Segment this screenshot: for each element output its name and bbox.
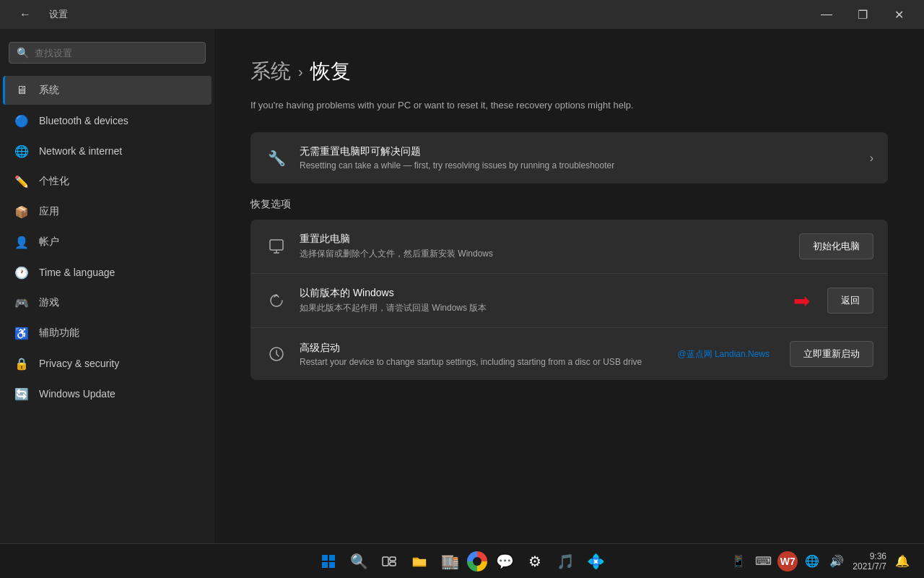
previous-text: 以前版本的 Windows 如果此版本不起作用，请尝试回退 Windows 版本 (300, 287, 782, 314)
previous-title: 以前版本的 Windows (300, 287, 782, 300)
troubleshooter-icon: 🔧 (265, 147, 288, 170)
sidebar-item-accessibility[interactable]: ♿ 辅助功能 (3, 319, 212, 348)
back-button[interactable]: ← (9, 3, 42, 26)
notification-icon[interactable]: 🔔 (892, 551, 912, 571)
volume-icon[interactable]: 🔊 (827, 551, 847, 571)
previous-subtitle: 如果此版本不起作用，请尝试回退 Windows 版本 (300, 302, 782, 314)
svg-rect-4 (322, 562, 328, 568)
advanced-text: 高级启动 Restart your device to change start… (300, 342, 666, 367)
reset-button[interactable]: 初始化电脑 (799, 233, 873, 259)
breadcrumb-parent[interactable]: 系统 (250, 58, 291, 85)
window-controls: — ❐ ✕ (810, 3, 915, 26)
keyboard-icon[interactable]: ⌨ (753, 551, 773, 571)
arrow-indicator: ➡ (793, 289, 810, 313)
window-title: 设置 (49, 8, 68, 21)
store-button[interactable]: 🏬 (437, 548, 463, 574)
apps-icon: 📦 (14, 204, 29, 219)
sidebar-item-bluetooth[interactable]: 🔵 Bluetooth & devices (3, 106, 212, 135)
troubleshooter-subtitle: Resetting can take a while — first, try … (300, 160, 858, 171)
settings-taskbar-button[interactable]: ⚙ (522, 548, 548, 574)
sidebar-item-accounts[interactable]: 👤 帐户 (3, 228, 212, 256)
search-taskbar-button[interactable]: 🔍 (346, 548, 372, 574)
sidebar-label-system: 系统 (39, 84, 59, 97)
advanced-button[interactable]: 立即重新启动 (790, 341, 873, 367)
taskbar-right: 📱 ⌨ W7 🌐 🔊 9:36 2021/7/7 🔔 (728, 551, 912, 571)
update-icon: 🔄 (14, 387, 29, 401)
task-view-button[interactable] (376, 548, 402, 574)
troubleshooter-row[interactable]: 🔧 无需重置电脑即可解决问题 Resetting can take a whil… (250, 132, 888, 184)
breadcrumb: 系统 › 恢复 (250, 58, 888, 85)
gaming-icon: 🎮 (14, 296, 29, 310)
accessibility-icon: ♿ (14, 326, 29, 340)
recovery-section-title: 恢复选项 (250, 198, 888, 211)
time-icon: 🕐 (14, 265, 29, 280)
reset-text: 重置此电脑 选择保留或删除个人文件，然后重新安装 Windows (300, 233, 788, 260)
time-display: 9:36 (853, 551, 886, 561)
title-bar: ← 设置 — ❐ ✕ (0, 0, 924, 29)
file-explorer-button[interactable] (406, 548, 432, 574)
chrome-button[interactable] (467, 551, 487, 571)
network-icon: 🌐 (14, 144, 29, 158)
date-display: 2021/7/7 (853, 561, 886, 571)
sidebar-item-network[interactable]: 🌐 Network & internet (3, 137, 212, 165)
previous-button[interactable]: 返回 (827, 288, 873, 314)
minimize-button[interactable]: — (810, 3, 843, 26)
system-tray: 📱 ⌨ W7 🌐 🔊 (728, 551, 847, 571)
recovery-card: 重置此电脑 选择保留或删除个人文件，然后重新安装 Windows 初始化电脑 以… (250, 220, 888, 380)
sidebar-item-gaming[interactable]: 🎮 游戏 (3, 288, 212, 317)
personalization-icon: ✏️ (14, 174, 29, 189)
clock[interactable]: 9:36 2021/7/7 (853, 551, 886, 571)
search-icon: 🔍 (17, 47, 29, 59)
page-description: If you're having problems with your PC o… (250, 100, 888, 111)
privacy-icon: 🔒 (14, 356, 29, 371)
watermark-inline: @蓝点网 Landian.News (677, 348, 770, 361)
svg-rect-2 (322, 555, 328, 561)
sidebar-item-apps[interactable]: 📦 应用 (3, 197, 212, 226)
wechat-button[interactable]: 💬 (492, 548, 518, 574)
breadcrumb-separator: › (298, 64, 303, 80)
close-button[interactable]: ✕ (882, 3, 915, 26)
sidebar-label-privacy: Privacy & security (39, 358, 119, 369)
troubleshooter-title: 无需重置电脑即可解决问题 (300, 145, 858, 158)
sidebar-item-privacy[interactable]: 🔒 Privacy & security (3, 349, 212, 378)
accounts-icon: 👤 (14, 235, 29, 249)
search-box[interactable]: 🔍 (9, 42, 206, 64)
sidebar-label-bluetooth: Bluetooth & devices (39, 115, 128, 126)
sidebar-label-personalization: 个性化 (39, 175, 69, 188)
sidebar-item-personalization[interactable]: ✏️ 个性化 (3, 167, 212, 196)
svg-rect-0 (270, 240, 283, 250)
troubleshooter-card: 🔧 无需重置电脑即可解决问题 Resetting can take a whil… (250, 132, 888, 184)
reset-icon (265, 235, 288, 258)
start-button[interactable] (315, 548, 341, 574)
svg-rect-6 (383, 557, 388, 566)
music-button[interactable]: 🎵 (552, 548, 578, 574)
svg-rect-3 (329, 555, 335, 561)
recovery-row-advanced: 高级启动 Restart your device to change start… (250, 328, 888, 380)
lang-indicator[interactable]: W7 (777, 551, 798, 571)
title-bar-left: ← 设置 (9, 3, 68, 26)
content-area: 系统 › 恢复 If you're having problems with y… (214, 29, 924, 543)
extra-button[interactable]: 💠 (583, 548, 609, 574)
sidebar-label-accounts: 帐户 (39, 236, 59, 249)
phone-icon[interactable]: 📱 (728, 551, 749, 571)
reset-title: 重置此电脑 (300, 233, 788, 246)
sidebar-label-gaming: 游戏 (39, 296, 59, 309)
sidebar: 🔍 🖥 系统 🔵 Bluetooth & devices 🌐 Network &… (0, 29, 214, 543)
troubleshooter-chevron: › (870, 152, 873, 165)
reset-subtitle: 选择保留或删除个人文件，然后重新安装 Windows (300, 248, 788, 260)
sidebar-item-time[interactable]: 🕐 Time & language (3, 258, 212, 287)
recovery-row-previous: 以前版本的 Windows 如果此版本不起作用，请尝试回退 Windows 版本… (250, 274, 888, 328)
advanced-icon (265, 342, 288, 366)
troubleshooter-text: 无需重置电脑即可解决问题 Resetting can take a while … (300, 145, 858, 171)
lang-label: W7 (780, 556, 796, 567)
main-content: 🔍 🖥 系统 🔵 Bluetooth & devices 🌐 Network &… (0, 29, 924, 543)
sidebar-item-system[interactable]: 🖥 系统 (3, 76, 212, 105)
maximize-button[interactable]: ❐ (846, 3, 879, 26)
sidebar-item-update[interactable]: 🔄 Windows Update (3, 379, 212, 408)
search-input[interactable] (35, 48, 198, 59)
svg-rect-8 (390, 562, 396, 566)
svg-rect-7 (390, 557, 396, 561)
svg-rect-5 (329, 562, 335, 568)
advanced-title: 高级启动 (300, 342, 666, 355)
network-tray-icon[interactable]: 🌐 (802, 551, 822, 571)
